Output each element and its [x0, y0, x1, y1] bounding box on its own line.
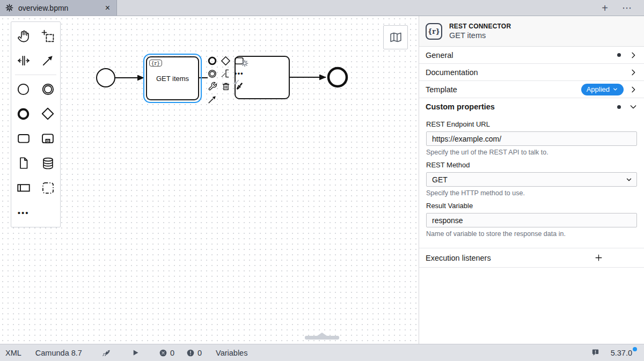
task-label: GET items — [147, 57, 198, 99]
gateway-icon[interactable] — [36, 101, 61, 126]
engine-selector[interactable]: Camunda 8.7 — [28, 344, 90, 361]
warning-count[interactable]: 0 — [180, 344, 208, 361]
element-name: GET items — [449, 31, 511, 40]
xml-toggle[interactable]: XML — [0, 344, 28, 361]
append-end-event-icon[interactable] — [206, 54, 219, 67]
section-custom-properties[interactable]: Custom properties — [419, 98, 644, 115]
text-annotation-icon[interactable] — [219, 67, 232, 80]
append-intermediate-event-icon[interactable] — [206, 67, 219, 80]
rest-endpoint-url-input[interactable] — [426, 131, 637, 146]
section-general[interactable]: General — [419, 47, 644, 64]
chevron-right-icon — [629, 85, 638, 94]
result-variable-input[interactable] — [426, 213, 637, 227]
update-available-dot — [633, 347, 637, 351]
wrench-icon[interactable] — [206, 80, 219, 93]
end-event-icon[interactable] — [11, 101, 36, 126]
rest-connector-icon: {r} — [426, 23, 442, 40]
warning-icon — [186, 349, 195, 357]
start-event-icon[interactable] — [11, 77, 36, 101]
space-tool-icon[interactable] — [11, 48, 36, 73]
group-icon[interactable] — [36, 175, 61, 200]
error-count[interactable]: 0 — [148, 344, 180, 361]
palette: ••• — [11, 21, 61, 227]
properties-panel: {r} REST CONNECTOR GET items General Doc… — [419, 16, 644, 344]
version-label[interactable]: 5.37.0 — [611, 349, 635, 357]
bpmn-canvas[interactable]: ••• {r} GET items — [0, 16, 419, 344]
deploy-rocket-icon[interactable] — [90, 344, 123, 361]
gear-icon — [5, 4, 13, 12]
tab-more-icon[interactable]: ⋯ — [622, 3, 632, 13]
start-event-shape[interactable] — [97, 69, 115, 87]
participant-icon[interactable] — [11, 175, 36, 200]
variables-toggle[interactable]: Variables — [208, 344, 255, 361]
hand-tool-icon[interactable] — [11, 24, 36, 48]
plus-icon — [594, 253, 603, 262]
field-result-variable: Result Variable Name of variable to stor… — [426, 202, 637, 238]
rest-method-select[interactable]: GET — [426, 172, 637, 187]
chevron-right-icon — [629, 51, 638, 60]
more-actions-icon[interactable]: ••• — [232, 67, 246, 80]
play-icon[interactable] — [123, 344, 148, 361]
intermediate-event-icon[interactable] — [36, 77, 61, 101]
task-icon[interactable] — [11, 126, 36, 151]
data-object-icon[interactable] — [11, 151, 36, 175]
section-documentation[interactable]: Documentation — [419, 64, 644, 81]
field-rest-method: REST Method GET Specify the HTTP method … — [426, 161, 637, 197]
tab-actions: + ⋯ — [590, 0, 644, 16]
chevron-down-icon — [625, 176, 633, 185]
data-store-icon[interactable] — [36, 151, 61, 175]
delete-icon[interactable] — [219, 80, 232, 93]
tab-title: overview.bpmn — [18, 4, 99, 12]
data-indicator-dot — [617, 105, 621, 109]
feedback-icon[interactable] — [591, 348, 600, 357]
end-event-shape[interactable] — [328, 68, 347, 86]
section-execution-listeners[interactable]: Execution listeners — [419, 248, 644, 268]
context-pad: ••• — [206, 54, 247, 106]
chevron-right-icon — [629, 68, 638, 77]
task-get-items[interactable]: {r} GET items — [146, 56, 199, 100]
lasso-tool-icon[interactable] — [36, 24, 61, 48]
palette-divider — [15, 75, 56, 75]
properties-header: {r} REST CONNECTOR GET items — [419, 16, 644, 47]
minimap-icon — [389, 31, 402, 44]
global-connect-icon[interactable] — [36, 48, 61, 73]
template-applied-badge[interactable]: Applied — [581, 84, 624, 95]
minimap-toggle-button[interactable] — [383, 25, 408, 49]
append-gateway-icon[interactable] — [219, 54, 232, 67]
section-template[interactable]: Template Applied — [419, 81, 644, 98]
data-indicator-dot — [617, 53, 621, 57]
new-tab-icon[interactable]: + — [602, 3, 608, 13]
add-listener-button[interactable] — [594, 253, 603, 262]
field-rest-endpoint-url: REST Endpoint URL Specify the url of the… — [426, 120, 637, 156]
bottom-panel-handle[interactable] — [305, 336, 339, 340]
more-tools-icon[interactable]: ••• — [11, 200, 36, 225]
camunda-modeler-window: overview.bpmn × + ⋯ — [0, 0, 644, 361]
chevron-down-icon — [629, 102, 638, 111]
custom-properties-body: REST Endpoint URL Specify the url of the… — [419, 120, 644, 240]
tab-overview-bpmn[interactable]: overview.bpmn × — [0, 0, 117, 16]
status-bar: XML Camunda 8.7 0 0 — [0, 344, 644, 361]
chevron-down-icon — [612, 86, 618, 92]
tab-bar: overview.bpmn × + ⋯ — [0, 0, 644, 16]
connect-icon[interactable] — [206, 93, 219, 106]
template-kicker: REST CONNECTOR — [449, 23, 511, 30]
close-icon[interactable]: × — [104, 4, 111, 12]
error-icon — [159, 349, 167, 357]
color-brush-icon[interactable] — [232, 80, 246, 93]
subprocess-icon[interactable] — [36, 126, 61, 151]
append-task-icon[interactable] — [232, 54, 246, 67]
